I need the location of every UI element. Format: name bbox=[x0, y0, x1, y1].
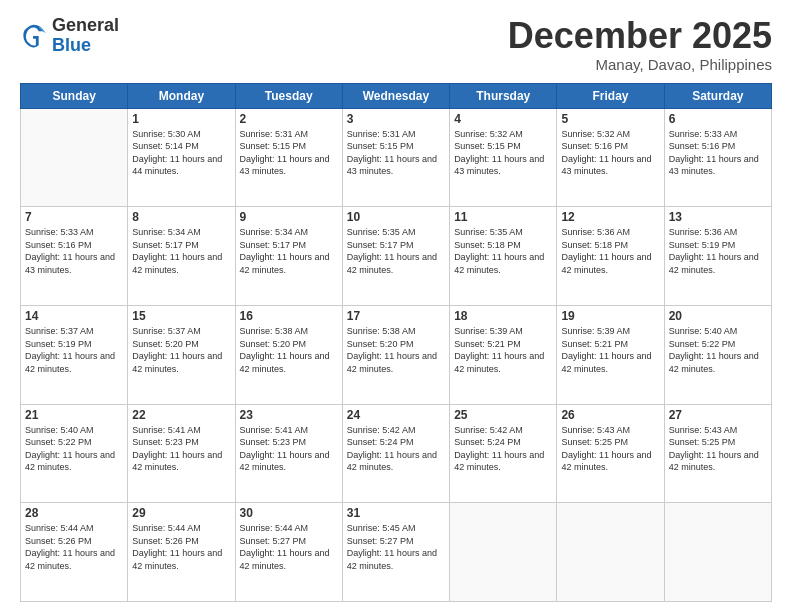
cell-date-number: 15 bbox=[132, 309, 230, 323]
cell-info: Sunrise: 5:44 AMSunset: 5:27 PMDaylight:… bbox=[240, 522, 338, 572]
cell-info: Sunrise: 5:42 AMSunset: 5:24 PMDaylight:… bbox=[347, 424, 445, 474]
weekday-header-friday: Friday bbox=[557, 83, 664, 108]
cell-info: Sunrise: 5:40 AMSunset: 5:22 PMDaylight:… bbox=[669, 325, 767, 375]
cell-info: Sunrise: 5:36 AMSunset: 5:18 PMDaylight:… bbox=[561, 226, 659, 276]
cell-date-number: 27 bbox=[669, 408, 767, 422]
calendar-cell: 8Sunrise: 5:34 AMSunset: 5:17 PMDaylight… bbox=[128, 207, 235, 306]
weekday-header-sunday: Sunday bbox=[21, 83, 128, 108]
cell-info: Sunrise: 5:32 AMSunset: 5:16 PMDaylight:… bbox=[561, 128, 659, 178]
weekday-header-saturday: Saturday bbox=[664, 83, 771, 108]
weekday-header-wednesday: Wednesday bbox=[342, 83, 449, 108]
cell-info: Sunrise: 5:32 AMSunset: 5:15 PMDaylight:… bbox=[454, 128, 552, 178]
calendar-cell: 18Sunrise: 5:39 AMSunset: 5:21 PMDayligh… bbox=[450, 305, 557, 404]
weekday-header-row: SundayMondayTuesdayWednesdayThursdayFrid… bbox=[21, 83, 772, 108]
calendar-cell: 21Sunrise: 5:40 AMSunset: 5:22 PMDayligh… bbox=[21, 404, 128, 503]
calendar-cell: 16Sunrise: 5:38 AMSunset: 5:20 PMDayligh… bbox=[235, 305, 342, 404]
cell-date-number: 2 bbox=[240, 112, 338, 126]
cell-info: Sunrise: 5:37 AMSunset: 5:20 PMDaylight:… bbox=[132, 325, 230, 375]
cell-date-number: 21 bbox=[25, 408, 123, 422]
logo-general: General bbox=[52, 16, 119, 36]
cell-info: Sunrise: 5:33 AMSunset: 5:16 PMDaylight:… bbox=[669, 128, 767, 178]
calendar-cell: 13Sunrise: 5:36 AMSunset: 5:19 PMDayligh… bbox=[664, 207, 771, 306]
calendar-cell: 2Sunrise: 5:31 AMSunset: 5:15 PMDaylight… bbox=[235, 108, 342, 207]
calendar-cell bbox=[664, 503, 771, 602]
calendar-cell: 14Sunrise: 5:37 AMSunset: 5:19 PMDayligh… bbox=[21, 305, 128, 404]
calendar-cell: 31Sunrise: 5:45 AMSunset: 5:27 PMDayligh… bbox=[342, 503, 449, 602]
cell-info: Sunrise: 5:31 AMSunset: 5:15 PMDaylight:… bbox=[347, 128, 445, 178]
cell-info: Sunrise: 5:38 AMSunset: 5:20 PMDaylight:… bbox=[240, 325, 338, 375]
month-title: December 2025 bbox=[508, 16, 772, 56]
cell-info: Sunrise: 5:37 AMSunset: 5:19 PMDaylight:… bbox=[25, 325, 123, 375]
cell-date-number: 12 bbox=[561, 210, 659, 224]
calendar-cell: 23Sunrise: 5:41 AMSunset: 5:23 PMDayligh… bbox=[235, 404, 342, 503]
cell-info: Sunrise: 5:42 AMSunset: 5:24 PMDaylight:… bbox=[454, 424, 552, 474]
cell-date-number: 9 bbox=[240, 210, 338, 224]
logo: General Blue bbox=[20, 16, 119, 56]
calendar-week-3: 14Sunrise: 5:37 AMSunset: 5:19 PMDayligh… bbox=[21, 305, 772, 404]
cell-date-number: 1 bbox=[132, 112, 230, 126]
cell-date-number: 25 bbox=[454, 408, 552, 422]
calendar-cell: 24Sunrise: 5:42 AMSunset: 5:24 PMDayligh… bbox=[342, 404, 449, 503]
cell-date-number: 29 bbox=[132, 506, 230, 520]
calendar-week-5: 28Sunrise: 5:44 AMSunset: 5:26 PMDayligh… bbox=[21, 503, 772, 602]
calendar-cell: 20Sunrise: 5:40 AMSunset: 5:22 PMDayligh… bbox=[664, 305, 771, 404]
cell-info: Sunrise: 5:34 AMSunset: 5:17 PMDaylight:… bbox=[240, 226, 338, 276]
calendar-cell: 22Sunrise: 5:41 AMSunset: 5:23 PMDayligh… bbox=[128, 404, 235, 503]
cell-date-number: 19 bbox=[561, 309, 659, 323]
calendar-cell: 10Sunrise: 5:35 AMSunset: 5:17 PMDayligh… bbox=[342, 207, 449, 306]
cell-date-number: 23 bbox=[240, 408, 338, 422]
cell-info: Sunrise: 5:43 AMSunset: 5:25 PMDaylight:… bbox=[561, 424, 659, 474]
cell-date-number: 18 bbox=[454, 309, 552, 323]
cell-date-number: 26 bbox=[561, 408, 659, 422]
cell-info: Sunrise: 5:40 AMSunset: 5:22 PMDaylight:… bbox=[25, 424, 123, 474]
cell-date-number: 31 bbox=[347, 506, 445, 520]
weekday-header-tuesday: Tuesday bbox=[235, 83, 342, 108]
calendar-cell: 4Sunrise: 5:32 AMSunset: 5:15 PMDaylight… bbox=[450, 108, 557, 207]
cell-info: Sunrise: 5:31 AMSunset: 5:15 PMDaylight:… bbox=[240, 128, 338, 178]
calendar-cell: 27Sunrise: 5:43 AMSunset: 5:25 PMDayligh… bbox=[664, 404, 771, 503]
cell-date-number: 13 bbox=[669, 210, 767, 224]
cell-date-number: 7 bbox=[25, 210, 123, 224]
cell-date-number: 20 bbox=[669, 309, 767, 323]
calendar-cell bbox=[450, 503, 557, 602]
calendar-cell: 19Sunrise: 5:39 AMSunset: 5:21 PMDayligh… bbox=[557, 305, 664, 404]
calendar-cell: 30Sunrise: 5:44 AMSunset: 5:27 PMDayligh… bbox=[235, 503, 342, 602]
calendar-week-2: 7Sunrise: 5:33 AMSunset: 5:16 PMDaylight… bbox=[21, 207, 772, 306]
cell-date-number: 17 bbox=[347, 309, 445, 323]
logo-text: General Blue bbox=[52, 16, 119, 56]
cell-info: Sunrise: 5:39 AMSunset: 5:21 PMDaylight:… bbox=[561, 325, 659, 375]
cell-info: Sunrise: 5:43 AMSunset: 5:25 PMDaylight:… bbox=[669, 424, 767, 474]
cell-info: Sunrise: 5:41 AMSunset: 5:23 PMDaylight:… bbox=[240, 424, 338, 474]
header: General Blue December 2025 Manay, Davao,… bbox=[20, 16, 772, 73]
cell-date-number: 16 bbox=[240, 309, 338, 323]
calendar-cell: 11Sunrise: 5:35 AMSunset: 5:18 PMDayligh… bbox=[450, 207, 557, 306]
cell-info: Sunrise: 5:35 AMSunset: 5:18 PMDaylight:… bbox=[454, 226, 552, 276]
logo-blue: Blue bbox=[52, 36, 119, 56]
cell-date-number: 8 bbox=[132, 210, 230, 224]
cell-info: Sunrise: 5:44 AMSunset: 5:26 PMDaylight:… bbox=[25, 522, 123, 572]
cell-date-number: 14 bbox=[25, 309, 123, 323]
cell-date-number: 6 bbox=[669, 112, 767, 126]
cell-date-number: 24 bbox=[347, 408, 445, 422]
calendar-cell: 17Sunrise: 5:38 AMSunset: 5:20 PMDayligh… bbox=[342, 305, 449, 404]
calendar-cell: 1Sunrise: 5:30 AMSunset: 5:14 PMDaylight… bbox=[128, 108, 235, 207]
cell-date-number: 3 bbox=[347, 112, 445, 126]
cell-info: Sunrise: 5:35 AMSunset: 5:17 PMDaylight:… bbox=[347, 226, 445, 276]
cell-info: Sunrise: 5:34 AMSunset: 5:17 PMDaylight:… bbox=[132, 226, 230, 276]
cell-info: Sunrise: 5:44 AMSunset: 5:26 PMDaylight:… bbox=[132, 522, 230, 572]
calendar-cell: 6Sunrise: 5:33 AMSunset: 5:16 PMDaylight… bbox=[664, 108, 771, 207]
cell-info: Sunrise: 5:30 AMSunset: 5:14 PMDaylight:… bbox=[132, 128, 230, 178]
cell-info: Sunrise: 5:33 AMSunset: 5:16 PMDaylight:… bbox=[25, 226, 123, 276]
calendar-cell: 29Sunrise: 5:44 AMSunset: 5:26 PMDayligh… bbox=[128, 503, 235, 602]
weekday-header-monday: Monday bbox=[128, 83, 235, 108]
cell-info: Sunrise: 5:38 AMSunset: 5:20 PMDaylight:… bbox=[347, 325, 445, 375]
cell-info: Sunrise: 5:39 AMSunset: 5:21 PMDaylight:… bbox=[454, 325, 552, 375]
cell-info: Sunrise: 5:45 AMSunset: 5:27 PMDaylight:… bbox=[347, 522, 445, 572]
calendar-cell: 26Sunrise: 5:43 AMSunset: 5:25 PMDayligh… bbox=[557, 404, 664, 503]
calendar-cell: 3Sunrise: 5:31 AMSunset: 5:15 PMDaylight… bbox=[342, 108, 449, 207]
cell-info: Sunrise: 5:36 AMSunset: 5:19 PMDaylight:… bbox=[669, 226, 767, 276]
cell-date-number: 30 bbox=[240, 506, 338, 520]
calendar-cell: 7Sunrise: 5:33 AMSunset: 5:16 PMDaylight… bbox=[21, 207, 128, 306]
title-area: December 2025 Manay, Davao, Philippines bbox=[508, 16, 772, 73]
calendar-cell: 28Sunrise: 5:44 AMSunset: 5:26 PMDayligh… bbox=[21, 503, 128, 602]
